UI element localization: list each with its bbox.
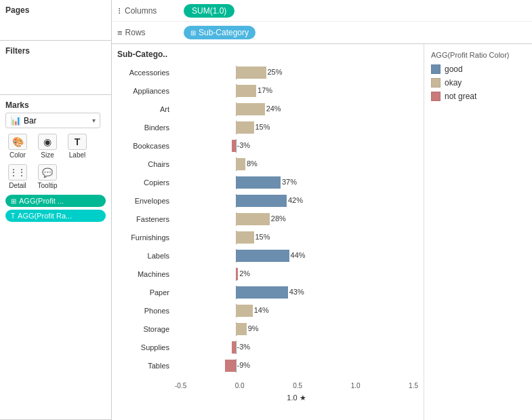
marks-section: Marks 📊 Bar ▾ 🎨 Color ◉ Size <box>0 95 111 420</box>
marks-size-button[interactable]: ◉ Size <box>35 134 60 159</box>
bar-container: -3% <box>175 341 418 354</box>
columns-icon: ⫶ <box>117 5 122 16</box>
bar <box>232 140 235 152</box>
bar <box>236 286 288 299</box>
bar-label: Furnishings <box>117 233 175 242</box>
agg-profit-ratio-pill[interactable]: T AGG(Profit Ra... <box>5 210 106 222</box>
bar-container: 15% <box>175 121 418 134</box>
bar-label: Supplies <box>117 343 175 351</box>
legend-swatch <box>431 64 441 74</box>
dropdown-arrow-icon: ▾ <box>92 117 96 124</box>
bar-label: Paper <box>117 288 175 297</box>
bar-label: Art <box>117 105 175 113</box>
bar-row: Paper43% <box>117 283 418 301</box>
bar-label: Tables <box>117 362 175 370</box>
bar-label: Accessories <box>117 69 175 77</box>
bar-value-label: 14% <box>254 306 269 314</box>
xaxis: -0.50.00.51.01.5 <box>117 375 418 394</box>
marks-detail-button[interactable]: ⋮⋮ Detail <box>5 164 30 189</box>
bar-row: Machines2% <box>117 265 418 283</box>
bar-row: Storage9% <box>117 320 418 338</box>
rows-pill[interactable]: ⊞ Sub-Category <box>184 26 255 39</box>
toolbar: ⫶ Columns SUM(1.0) ≡ Rows ⊞ Sub-Category <box>112 0 532 44</box>
bar-value-label: 44% <box>291 251 306 259</box>
bar-row: Art24% <box>117 100 418 118</box>
xaxis-label: 0.0 <box>235 382 245 389</box>
bar-container: 14% <box>175 304 418 318</box>
bar-label: Binders <box>117 123 175 132</box>
bar-container: 17% <box>175 84 418 98</box>
zero-line <box>236 139 237 153</box>
bar-label: Machines <box>117 270 175 278</box>
color-icon: 🎨 <box>8 134 27 150</box>
bar-container: 44% <box>175 249 418 263</box>
bar-row: Envelopes42% <box>117 191 418 210</box>
bar-value-label: 15% <box>255 233 270 241</box>
bar <box>236 158 245 170</box>
main-content: ⫶ Columns SUM(1.0) ≡ Rows ⊞ Sub-Category… <box>112 0 532 420</box>
bar-container: 25% <box>175 66 418 79</box>
bar-value-label: 43% <box>289 288 304 296</box>
size-label: Size <box>41 151 54 159</box>
detail-icon: ⋮⋮ <box>8 164 27 180</box>
pages-title: Pages <box>5 5 106 15</box>
rows-db-icon: ⊞ <box>190 29 196 37</box>
bar-row: Binders15% <box>117 118 418 136</box>
bar-label: Chairs <box>117 160 175 168</box>
bar-label: Phones <box>117 307 175 315</box>
bar-value-label: 17% <box>258 86 272 94</box>
legend-swatch <box>431 78 441 88</box>
legend-item: okay <box>431 78 525 88</box>
bar-container: 24% <box>175 102 418 116</box>
agg-profit-icon: ⊞ <box>11 197 16 205</box>
rows-value: Sub-Category <box>199 28 249 37</box>
label-icon: T <box>68 134 87 150</box>
legend-swatch <box>431 92 441 101</box>
agg-profit-pill[interactable]: ⊞ AGG(Profit ... <box>5 195 106 207</box>
bar-value-label: 2% <box>239 269 250 278</box>
bar-value-label: 28% <box>271 214 286 223</box>
chart-annotation: 1.0 ★ <box>175 394 418 405</box>
bar-label: Envelopes <box>117 197 175 205</box>
bar <box>236 268 239 280</box>
chart-header: Sub-Catego.. <box>117 50 418 59</box>
bar-row: Phones14% <box>117 301 418 320</box>
app-container: Pages Filters Marks 📊 Bar ▾ 🎨 Color <box>0 0 532 420</box>
detail-label: Detail <box>9 182 26 189</box>
bar-container: 37% <box>175 176 418 189</box>
bar-value-label: 8% <box>247 159 258 168</box>
bar-value-label: 9% <box>248 324 259 332</box>
chart-main: Sub-Catego.. Accessories25%Appliances17%… <box>112 44 424 420</box>
bar-row: Copiers37% <box>117 173 418 191</box>
mark-type-dropdown[interactable]: 📊 Bar ▾ <box>5 113 100 128</box>
agg-profit-label: AGG(Profit ... <box>19 197 64 205</box>
bar <box>236 85 257 97</box>
legend-title: AGG(Profit Ratio Color) <box>431 51 525 59</box>
marks-tooltip-button[interactable]: 💬 Tooltip <box>35 164 60 189</box>
bar-row: Appliances17% <box>117 81 418 100</box>
legend-item: good <box>431 64 525 74</box>
size-icon: ◉ <box>38 134 57 150</box>
marks-title: Marks <box>5 100 106 110</box>
columns-pill[interactable]: SUM(1.0) <box>184 4 234 18</box>
bar-label: Fasteners <box>117 215 175 223</box>
bar-container: 28% <box>175 212 418 226</box>
bar <box>232 341 235 354</box>
filters-title: Filters <box>5 46 106 56</box>
bar-label: Bookcases <box>117 142 175 150</box>
bar-container: -9% <box>175 359 418 373</box>
bar-label: Storage <box>117 325 175 333</box>
bar-container: 9% <box>175 322 418 336</box>
bar-container: 15% <box>175 231 418 244</box>
bar-value-label: 42% <box>288 196 303 204</box>
agg-ratio-icon: T <box>11 212 15 220</box>
marks-color-button[interactable]: 🎨 Color <box>5 134 30 159</box>
bar-row: Furnishings15% <box>117 228 418 246</box>
bar <box>225 360 236 372</box>
chart-area: Sub-Catego.. Accessories25%Appliances17%… <box>112 44 532 420</box>
bar-row: Accessories25% <box>117 63 418 81</box>
marks-label-button[interactable]: T Label <box>65 134 89 159</box>
bar <box>236 66 266 79</box>
bar <box>236 231 254 244</box>
zero-line <box>236 359 237 373</box>
